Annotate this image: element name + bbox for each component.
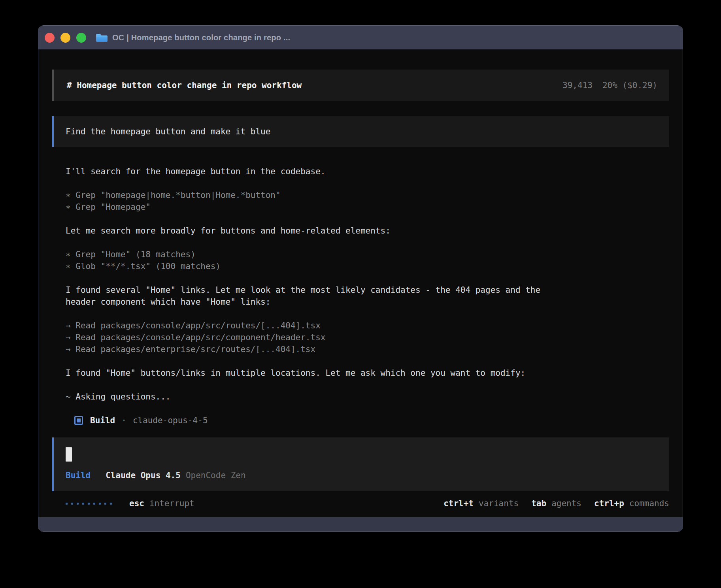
interrupt-label: interrupt [149,498,194,509]
session-stats: 39,413 20% ($0.29) [562,81,657,90]
assistant-text-line: I'll search for the homepage button in t… [66,166,669,177]
tool-call-line: → Read packages/enterprise/src/routes/[.… [66,343,669,355]
session-title: # Homepage button color change in repo w… [67,81,302,90]
interrupt-hint: esc interrupt [129,498,194,509]
terminal-window: OC | Homepage button color change in rep… [38,25,683,532]
agent-status-line: Build · claude-opus-4-5 [66,415,669,426]
minimize-button[interactable] [60,33,70,43]
assistant-status-line: ~ Asking questions... [66,391,669,403]
window-title: OC | Homepage button color change in rep… [112,33,290,42]
tool-call-line: → Read packages/console/app/src/routes/[… [66,320,669,332]
window-bottom-edge [38,517,683,531]
variants-hint: ctrl+t variants [444,498,519,509]
tool-call-line: ∗ Grep "Homepage" [66,201,669,213]
folder-icon [95,33,108,43]
window-titlebar[interactable]: OC | Homepage button color change in rep… [38,26,683,49]
commands-label: commands [629,498,669,509]
zoom-button[interactable] [76,33,86,43]
tool-call-line: ∗ Grep "homepage|home.*button|Home.*butt… [66,189,669,201]
desktop: OC | Homepage button color change in rep… [0,0,721,588]
user-message-text: Find the homepage button and make it blu… [66,127,270,136]
separator-dot: · [121,415,126,426]
terminal-body: # Homepage button color change in repo w… [38,49,683,532]
close-button[interactable] [45,33,55,43]
assistant-text-line: Let me search more broadly for buttons a… [66,225,669,237]
window-controls [45,33,86,43]
agents-key: tab [531,498,546,509]
session-header: # Homepage button color change in repo w… [52,70,669,101]
assistant-text-line: I found "Home" buttons/links in multiple… [66,367,669,379]
assistant-text-line: I found several "Home" links. Let me loo… [66,284,669,296]
transcript: I'll search for the homepage button in t… [52,166,669,426]
token-count: 39,413 [562,81,593,90]
interrupt-key: esc [129,498,144,509]
prompt-footer: Build Claude Opus 4.5 OpenCode Zen [66,469,657,481]
status-bar: esc interrupt ctrl+t variants tab agents [52,498,669,509]
agent-square-icon [74,416,83,425]
tool-call-line: ∗ Grep "Home" (18 matches) [66,249,669,260]
commands-hint: ctrl+p commands [594,498,669,509]
model-name: claude-opus-4-5 [133,415,208,426]
prompt-input[interactable]: Build Claude Opus 4.5 OpenCode Zen [52,437,669,491]
assistant-text-line: header component which have "Home" links… [66,296,669,308]
tool-call-line: → Read packages/console/app/src/componen… [66,332,669,343]
variants-key: ctrl+t [444,498,474,509]
prompt-agent-label: Build [66,469,91,481]
agent-name: Build [90,415,115,426]
commands-key: ctrl+p [594,498,624,509]
context-usage: 20% ($0.29) [602,81,657,90]
keyboard-hints: ctrl+t variants tab agents ctrl+p comman… [444,498,669,509]
prompt-provider-label: OpenCode Zen [186,469,246,481]
prompt-model-label: Claude Opus 4.5 [106,469,181,481]
tool-call-line: ∗ Glob "**/*.tsx" (100 matches) [66,260,669,272]
agents-label: agents [551,498,581,509]
text-cursor [66,447,72,462]
variants-label: variants [479,498,519,509]
user-message: Find the homepage button and make it blu… [52,116,669,147]
agents-hint: tab agents [531,498,581,509]
spinner-dots-icon [66,503,112,505]
